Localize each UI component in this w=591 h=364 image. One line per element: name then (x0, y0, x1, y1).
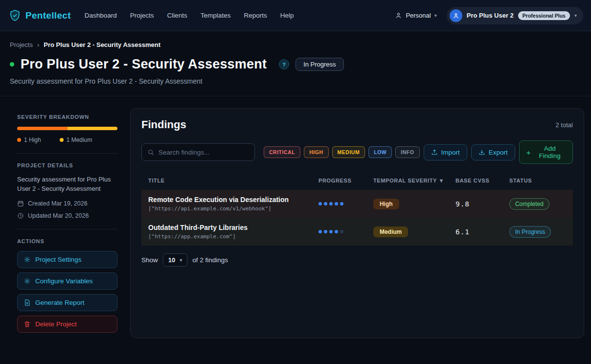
add-finding-button[interactable]: + Add Finding (519, 140, 573, 164)
finding-target: ["https://api.example.com/v1/webhook"] (148, 205, 318, 212)
breadcrumb-current: Pro Plus User 2 - Security Assessment (44, 41, 160, 48)
table-header-row: TITLEPROGRESSTEMPORAL SEVERITY ▼BASE CVS… (141, 174, 573, 190)
filter-chip-low[interactable]: LOW (368, 146, 392, 158)
page-title: Pro Plus User 2 - Security Assessment (21, 57, 267, 72)
severity-segment (68, 127, 118, 130)
chevron-down-icon: ▾ (574, 13, 577, 18)
avatar (450, 9, 462, 22)
severity-breakdown-heading: SEVERITY BREAKDOWN (17, 114, 117, 120)
filter-chip-info[interactable]: INFO (395, 146, 419, 158)
legend-dot-icon (60, 138, 64, 142)
progress-dot-icon (340, 202, 343, 205)
project-details-heading: PROJECT DETAILS (17, 162, 117, 168)
breadcrumb-projects[interactable]: Projects (10, 41, 33, 48)
configure-variables-button[interactable]: Configure Variables (17, 273, 117, 290)
top-navbar: Pentellect DashboardProjectsClientsTempl… (0, 0, 591, 31)
cvss-score: 9.8 (455, 200, 509, 208)
finding-title: Outdated Third-Party Libraries (148, 224, 318, 231)
search-box (141, 143, 255, 161)
person-icon (395, 12, 402, 19)
trash-icon (23, 320, 31, 328)
column-header-base-cvss[interactable]: BASE CVSS (455, 178, 509, 183)
progress-dot-icon (340, 230, 343, 233)
progress-dots (318, 230, 373, 233)
progress-dot-icon (324, 202, 327, 205)
page-size-value: 10 (168, 256, 175, 264)
brand[interactable]: Pentellect (9, 9, 71, 22)
filter-chip-medium[interactable]: MEDIUM (332, 146, 365, 158)
cvss-score: 6.1 (455, 228, 509, 236)
download-icon (478, 149, 485, 156)
navbar-right: Personal ▾ Pro Plus User 2 Professional … (395, 7, 583, 24)
severity-legend-item: 1 High (17, 136, 41, 143)
progress-dot-icon (329, 230, 333, 233)
nav-item-clients[interactable]: Clients (167, 12, 187, 19)
calendar-icon (17, 200, 24, 207)
status-badge: Completed (509, 198, 549, 210)
table-row[interactable]: Remote Code Execution via Deserializatio… (141, 190, 573, 218)
nav-item-reports[interactable]: Reports (244, 12, 267, 19)
show-label: Show (141, 256, 158, 264)
project-description: Security assessment for Pro Plus User 2 … (17, 175, 117, 194)
plus-icon: + (526, 148, 531, 157)
plan-badge: Professional Plus (518, 11, 570, 20)
column-header-progress[interactable]: PROGRESS (318, 178, 373, 183)
filter-chip-critical[interactable]: CRITICAL (264, 146, 300, 158)
breadcrumb-separator-icon: › (37, 41, 39, 48)
gear-icon (23, 256, 31, 263)
generate-report-button[interactable]: Generate Report (17, 294, 117, 311)
nav-item-projects[interactable]: Projects (130, 12, 154, 19)
table-row[interactable]: Outdated Third-Party Libraries ["https:/… (141, 218, 573, 246)
help-icon[interactable]: ? (279, 59, 289, 69)
of-findings-label: of 2 findings (192, 256, 228, 264)
page-header: Pro Plus User 2 - Security Assessment ? … (0, 48, 591, 85)
created-date-label: Created Mar 19, 2026 (28, 200, 88, 207)
findings-title: Findings (141, 118, 186, 131)
finding-target: ["https://app.example.com"] (148, 233, 318, 240)
breadcrumb: Projects › Pro Plus User 2 - Security As… (0, 31, 591, 48)
page-size-select[interactable]: 10 ▾ (163, 253, 188, 267)
severity-segment (17, 127, 68, 130)
column-header-title[interactable]: TITLE (148, 178, 318, 183)
workspace-selector[interactable]: Personal ▾ (395, 12, 436, 19)
search-icon (147, 149, 155, 156)
severity-badge: High (373, 199, 399, 209)
nav-item-dashboard[interactable]: Dashboard (85, 12, 117, 19)
findings-toolbar: CRITICALHIGHMEDIUMLOWINFO Import Export … (141, 140, 573, 164)
progress-dot-icon (329, 202, 333, 205)
project-settings-button[interactable]: Project Settings (17, 251, 117, 268)
export-button[interactable]: Export (471, 144, 515, 160)
updated-date: Updated Mar 20, 2026 (17, 212, 117, 219)
report-icon (23, 299, 31, 306)
status-dot-icon (10, 62, 14, 67)
upload-icon (431, 149, 438, 156)
finding-title: Remote Code Execution via Deserializatio… (148, 196, 318, 204)
progress-dot-icon (318, 230, 322, 233)
project-status-badge: In Progress (296, 58, 343, 71)
shield-logo-icon (9, 9, 21, 22)
user-menu[interactable]: Pro Plus User 2 Professional Plus ▾ (447, 7, 583, 24)
user-name: Pro Plus User 2 (467, 12, 514, 19)
filter-chip-high[interactable]: HIGH (304, 146, 328, 158)
table-body: Remote Code Execution via Deserializatio… (141, 190, 573, 246)
page-subtitle: Security assessment for Pro Plus User 2 … (10, 77, 579, 85)
column-header-status[interactable]: STATUS (509, 178, 566, 183)
created-date: Created Mar 19, 2026 (17, 200, 117, 207)
actions-heading: ACTIONS (17, 238, 117, 244)
nav-item-help[interactable]: Help (280, 12, 294, 19)
search-input[interactable] (159, 149, 249, 156)
sidebar-divider (17, 153, 117, 154)
brand-name: Pentellect (25, 10, 71, 21)
sidebar-divider (17, 229, 117, 229)
findings-total: 2 total (555, 121, 572, 129)
status-badge: In Progress (509, 226, 551, 238)
column-header-temporal-severity[interactable]: TEMPORAL SEVERITY ▼ (373, 178, 455, 183)
actions-list: Project SettingsConfigure VariablesGener… (17, 251, 117, 333)
export-label: Export (489, 149, 508, 156)
import-button[interactable]: Import (424, 144, 467, 160)
gear-icon (23, 277, 31, 285)
nav-item-templates[interactable]: Templates (201, 12, 231, 19)
delete-project-button[interactable]: Delete Project (17, 316, 117, 333)
clock-icon (17, 212, 24, 219)
main-nav: DashboardProjectsClientsTemplatesReports… (85, 12, 307, 19)
